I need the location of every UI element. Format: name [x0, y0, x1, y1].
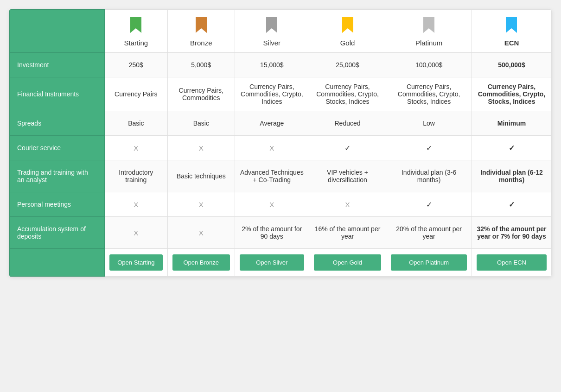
cell-ecn: 500,000$ [472, 53, 551, 77]
header-platinum: Platinum [386, 10, 472, 53]
table-row: Accumulation system of depositsXX2% of t… [10, 217, 552, 249]
cell-platinum: ✓ [386, 192, 472, 217]
open-silver-button[interactable]: Open Silver [240, 254, 304, 271]
table-row: Personal meetingsXXXX✓✓ [10, 192, 552, 217]
check-mark: ✓ [509, 201, 515, 209]
open-gold-button[interactable]: Open Gold [314, 254, 382, 271]
cell-ecn: ✓ [472, 192, 551, 217]
cell-gold: 16% of the amount per year [309, 217, 386, 249]
cell-platinum: 100,000$ [386, 53, 472, 77]
cell-platinum: Currency Pairs, Commodities, Crypto, Sto… [386, 77, 472, 111]
cell-starting: Open Starting [105, 249, 168, 277]
account-type-starting: Starting [109, 39, 163, 47]
cell-gold: ✓ [309, 136, 386, 160]
comparison-table-wrapper: StartingBronzeSilverGoldPlatinumECN Inve… [9, 9, 552, 277]
cell-bronze: Basic techniques [167, 160, 235, 192]
cell-silver: Open Silver [235, 249, 309, 277]
account-type-gold: Gold [314, 39, 382, 47]
cell-gold: X [309, 192, 386, 217]
cross-mark: X [199, 201, 204, 209]
header-starting: Starting [105, 10, 168, 53]
table-row: Open StartingOpen BronzeOpen SilverOpen … [10, 249, 552, 277]
check-mark: ✓ [344, 144, 351, 152]
cell-silver: Average [235, 111, 309, 136]
cell-starting: X [105, 192, 168, 217]
open-platinum-button[interactable]: Open Platinum [391, 254, 467, 271]
sidebar-cell: Financial Instruments [10, 77, 105, 111]
account-type-platinum: Platinum [391, 39, 467, 47]
header-silver: Silver [235, 10, 309, 53]
cell-gold: Currency Pairs, Commodities, Crypto, Sto… [309, 77, 386, 111]
sidebar-cell: Personal meetings [10, 192, 105, 217]
cell-bronze: X [167, 192, 235, 217]
cell-starting: Introductory training [105, 160, 168, 192]
cross-mark: X [134, 144, 138, 152]
table-row: SpreadsBasicBasicAverageReducedLowMinimu… [10, 111, 552, 136]
cell-platinum: Open Platinum [386, 249, 472, 277]
cell-starting: X [105, 217, 168, 249]
cell-silver: 15,000$ [235, 53, 309, 77]
open-starting-button[interactable]: Open Starting [109, 254, 163, 271]
cell-silver: Advanced Techniques + Co-Trading [235, 160, 309, 192]
cross-mark: X [345, 201, 350, 209]
cross-mark: X [199, 229, 204, 237]
cell-platinum: 20% of the amount per year [386, 217, 472, 249]
header-row: StartingBronzeSilverGoldPlatinumECN [10, 10, 552, 53]
cell-silver: Currency Pairs, Commodities, Crypto, Ind… [235, 77, 309, 111]
cell-silver: X [235, 136, 309, 160]
table-row: Trading and training with an analystIntr… [10, 160, 552, 192]
cell-platinum: ✓ [386, 136, 472, 160]
cell-ecn: Individual plan (6-12 months) [472, 160, 551, 192]
cell-ecn: Minimum [472, 111, 551, 136]
table-row: Investment250$5,000$15,000$25,000$100,00… [10, 53, 552, 77]
cell-bronze: X [167, 136, 235, 160]
header-ecn: ECN [472, 10, 551, 53]
sidebar-cell: Courier service [10, 136, 105, 160]
cross-mark: X [269, 144, 274, 152]
cell-starting: 250$ [105, 53, 168, 77]
cell-starting: Basic [105, 111, 168, 136]
cell-starting: Currency Pairs [105, 77, 168, 111]
table-row: Courier serviceXXX✓✓✓ [10, 136, 552, 160]
cross-mark: X [134, 229, 138, 237]
check-mark: ✓ [426, 201, 432, 209]
cell-bronze: Basic [167, 111, 235, 136]
cell-ecn: Open ECN [472, 249, 551, 277]
check-mark: ✓ [509, 144, 515, 152]
sidebar-cell [10, 249, 105, 277]
cell-bronze: 5,000$ [167, 53, 235, 77]
cross-mark: X [199, 144, 204, 152]
cell-bronze: X [167, 217, 235, 249]
cell-gold: 25,000$ [309, 53, 386, 77]
table-row: Financial InstrumentsCurrency PairsCurre… [10, 77, 552, 111]
cell-gold: VIP vehicles + diversification [309, 160, 386, 192]
sidebar-cell: Investment [10, 53, 105, 77]
account-type-ecn: ECN [477, 39, 547, 47]
cell-silver: 2% of the amount for 90 days [235, 217, 309, 249]
cell-ecn: ✓ [472, 136, 551, 160]
sidebar-cell: Spreads [10, 111, 105, 136]
header-gold: Gold [309, 10, 386, 53]
cell-silver: X [235, 192, 309, 217]
cell-starting: X [105, 136, 168, 160]
account-type-bronze: Bronze [172, 39, 230, 47]
header-bronze: Bronze [167, 10, 235, 53]
cell-gold: Reduced [309, 111, 386, 136]
sidebar-cell: Accumulation system of deposits [10, 217, 105, 249]
sidebar-header [10, 10, 105, 53]
cell-platinum: Individual plan (3-6 months) [386, 160, 472, 192]
open-bronze-button[interactable]: Open Bronze [172, 254, 230, 271]
cell-platinum: Low [386, 111, 472, 136]
cell-bronze: Currency Pairs, Commodities [167, 77, 235, 111]
cell-ecn: Currency Pairs, Commodities, Crypto, Sto… [472, 77, 551, 111]
comparison-table: StartingBronzeSilverGoldPlatinumECN Inve… [9, 9, 552, 277]
open-ecn-button[interactable]: Open ECN [477, 254, 547, 271]
cell-ecn: 32% of the amount per year or 7% for 90 … [472, 217, 551, 249]
sidebar-cell: Trading and training with an analyst [10, 160, 105, 192]
cross-mark: X [134, 201, 138, 209]
cell-gold: Open Gold [309, 249, 386, 277]
cross-mark: X [269, 201, 274, 209]
account-type-silver: Silver [240, 39, 304, 47]
check-mark: ✓ [426, 144, 432, 152]
cell-bronze: Open Bronze [167, 249, 235, 277]
